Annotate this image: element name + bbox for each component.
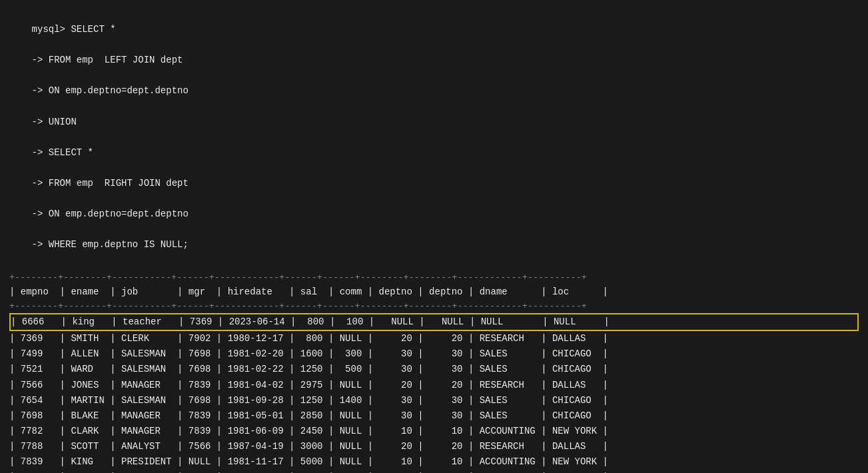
sql-line-2: -> FROM emp LEFT JOIN dept (9, 55, 183, 65)
data-row-allen: | 7499 | ALLEN | SALESMAN | 7698 | 1981-… (9, 346, 859, 362)
data-row-turner: | 7844 | TURNER | SALESMAN | 7698 | 1981… (9, 470, 859, 473)
sql-line-6: -> FROM emp RIGHT JOIN dept (9, 178, 189, 189)
column-headers: | empno | ename | job | mgr | hiredate |… (9, 284, 859, 300)
data-row-jones: | 7566 | JONES | MANAGER | 7839 | 1981-0… (9, 378, 859, 393)
data-row-smith: | 7369 | SMITH | CLERK | 7902 | 1980-12-… (9, 331, 859, 346)
data-row-martin: | 7654 | MARTIN | SALESMAN | 7698 | 1981… (9, 393, 859, 408)
sql-line-4: -> UNION (9, 117, 77, 127)
header-bottom-border: +--------+--------+-----------+------+--… (9, 300, 859, 313)
data-row-blake: | 7698 | BLAKE | MANAGER | 7839 | 1981-0… (9, 408, 859, 424)
highlighted-row-1: | 6666 | king | teacher | 7369 | 2023-06… (9, 313, 859, 331)
terminal: mysql> SELECT * -> FROM emp LEFT JOIN de… (9, 7, 859, 473)
data-row-king: | 7839 | KING | PRESIDENT | NULL | 1981-… (9, 454, 859, 470)
results-container: +--------+--------+-----------+------+--… (9, 271, 859, 473)
sql-line-8: -> WHERE emp.deptno IS NULL; (9, 239, 189, 250)
data-row-clark: | 7782 | CLARK | MANAGER | 7839 | 1981-0… (9, 424, 859, 439)
data-row-ward: | 7521 | WARD | SALESMAN | 7698 | 1981-0… (9, 362, 859, 377)
sql-line-7: -> ON emp.deptno=dept.deptno (9, 209, 189, 219)
sql-query: mysql> SELECT * -> FROM emp LEFT JOIN de… (9, 7, 859, 268)
top-border: +--------+--------+-----------+------+--… (9, 271, 859, 284)
sql-line-3: -> ON emp.deptno=dept.deptno (9, 85, 189, 96)
data-row-scott: | 7788 | SCOTT | ANALYST | 7566 | 1987-0… (9, 439, 859, 454)
sql-line-5: -> SELECT * (9, 147, 93, 158)
sql-line-1: mysql> SELECT * (32, 24, 116, 35)
